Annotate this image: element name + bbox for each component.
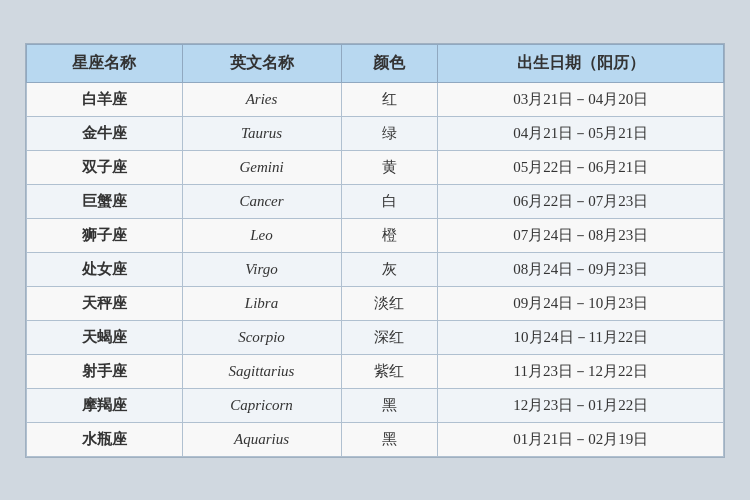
table-cell: 绿	[341, 116, 438, 150]
table-cell: 07月24日－08月23日	[438, 218, 724, 252]
table-cell: 深红	[341, 320, 438, 354]
table-cell: 金牛座	[27, 116, 183, 150]
table-cell: 红	[341, 82, 438, 116]
zodiac-table: 星座名称英文名称颜色出生日期（阳历） 白羊座Aries红03月21日－04月20…	[26, 44, 724, 457]
table-cell: 黑	[341, 422, 438, 456]
table-cell: 03月21日－04月20日	[438, 82, 724, 116]
table-cell: 09月24日－10月23日	[438, 286, 724, 320]
table-cell: 黑	[341, 388, 438, 422]
table-cell: Cancer	[182, 184, 341, 218]
table-cell: 摩羯座	[27, 388, 183, 422]
table-row: 白羊座Aries红03月21日－04月20日	[27, 82, 724, 116]
table-cell: Aquarius	[182, 422, 341, 456]
table-cell: 灰	[341, 252, 438, 286]
table-cell: 白羊座	[27, 82, 183, 116]
table-row: 狮子座Leo橙07月24日－08月23日	[27, 218, 724, 252]
table-cell: 处女座	[27, 252, 183, 286]
table-cell: 05月22日－06月21日	[438, 150, 724, 184]
table-cell: Capricorn	[182, 388, 341, 422]
table-cell: 天蝎座	[27, 320, 183, 354]
zodiac-table-container: 星座名称英文名称颜色出生日期（阳历） 白羊座Aries红03月21日－04月20…	[25, 43, 725, 458]
table-cell: Gemini	[182, 150, 341, 184]
table-cell: 淡红	[341, 286, 438, 320]
table-cell: 白	[341, 184, 438, 218]
table-row: 巨蟹座Cancer白06月22日－07月23日	[27, 184, 724, 218]
table-row: 金牛座Taurus绿04月21日－05月21日	[27, 116, 724, 150]
table-cell: 橙	[341, 218, 438, 252]
table-cell: 天秤座	[27, 286, 183, 320]
table-cell: Aries	[182, 82, 341, 116]
table-cell: 双子座	[27, 150, 183, 184]
table-row: 射手座Sagittarius紫红11月23日－12月22日	[27, 354, 724, 388]
table-row: 水瓶座Aquarius黑01月21日－02月19日	[27, 422, 724, 456]
table-cell: Libra	[182, 286, 341, 320]
table-cell: 水瓶座	[27, 422, 183, 456]
table-cell: 10月24日－11月22日	[438, 320, 724, 354]
table-cell: Leo	[182, 218, 341, 252]
table-row: 天蝎座Scorpio深红10月24日－11月22日	[27, 320, 724, 354]
table-header-cell: 星座名称	[27, 44, 183, 82]
table-cell: 紫红	[341, 354, 438, 388]
table-cell: Virgo	[182, 252, 341, 286]
table-cell: 12月23日－01月22日	[438, 388, 724, 422]
table-cell: Sagittarius	[182, 354, 341, 388]
table-cell: 狮子座	[27, 218, 183, 252]
table-cell: Taurus	[182, 116, 341, 150]
table-row: 双子座Gemini黄05月22日－06月21日	[27, 150, 724, 184]
table-row: 天秤座Libra淡红09月24日－10月23日	[27, 286, 724, 320]
table-cell: 11月23日－12月22日	[438, 354, 724, 388]
table-cell: 04月21日－05月21日	[438, 116, 724, 150]
table-cell: 06月22日－07月23日	[438, 184, 724, 218]
table-header-cell: 颜色	[341, 44, 438, 82]
table-cell: 黄	[341, 150, 438, 184]
table-header-row: 星座名称英文名称颜色出生日期（阳历）	[27, 44, 724, 82]
table-row: 摩羯座Capricorn黑12月23日－01月22日	[27, 388, 724, 422]
table-body: 白羊座Aries红03月21日－04月20日金牛座Taurus绿04月21日－0…	[27, 82, 724, 456]
table-cell: Scorpio	[182, 320, 341, 354]
table-header-cell: 英文名称	[182, 44, 341, 82]
table-cell: 08月24日－09月23日	[438, 252, 724, 286]
table-row: 处女座Virgo灰08月24日－09月23日	[27, 252, 724, 286]
table-cell: 巨蟹座	[27, 184, 183, 218]
table-cell: 01月21日－02月19日	[438, 422, 724, 456]
table-cell: 射手座	[27, 354, 183, 388]
table-header-cell: 出生日期（阳历）	[438, 44, 724, 82]
